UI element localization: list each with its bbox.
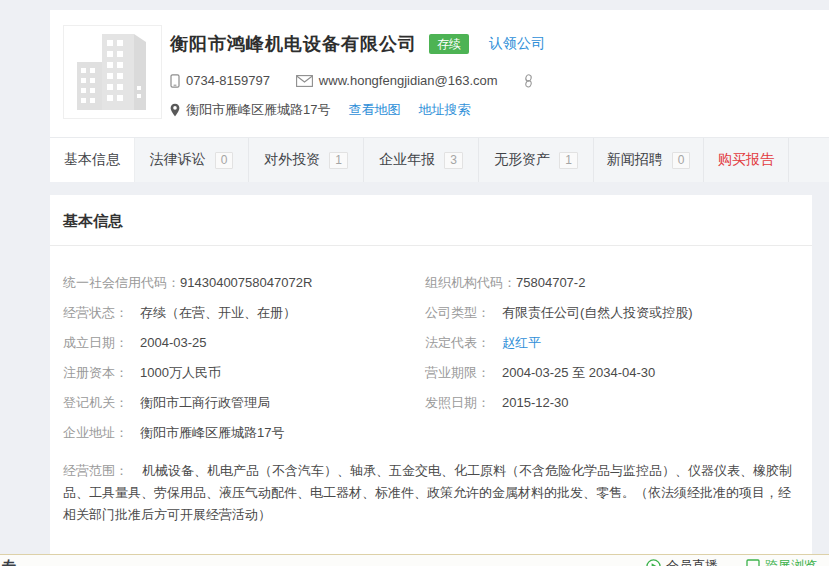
company-phone: 0734-8159797 (186, 73, 270, 88)
tab-count: 3 (444, 152, 463, 169)
info-row: 成立日期：2004-03-25 法定代表：赵红平 (63, 328, 799, 358)
tab-annual-report[interactable]: 企业年报 3 (364, 138, 479, 182)
company-header-card: 衡阳市鸿峰机电设备有限公司 存续 认领公司 0734-8159797 www.h… (50, 10, 829, 137)
info-grid: 统一社会信用代码：91430400758047072R 组织机构代码：75804… (50, 246, 812, 448)
mail-icon (296, 75, 313, 87)
claim-company-link[interactable]: 认领公司 (489, 35, 545, 53)
corner-text-fragment: 专 (2, 558, 16, 566)
play-circle-icon (646, 559, 661, 566)
field-label-business-term: 营业期限： (425, 358, 502, 388)
field-label-license-date: 发照日期： (425, 388, 502, 418)
contact-row-1: 0734-8159797 www.hongfengjidian@163.com (170, 73, 819, 88)
tab-intangible-assets[interactable]: 无形资产 1 (479, 138, 594, 182)
building-placeholder-icon (64, 26, 161, 118)
field-value-company-type: 有限责任公司(自然人投资或控股) (502, 298, 693, 328)
field-label-founded-date: 成立日期： (63, 328, 140, 358)
field-value-registered-capital: 1000万人民币 (140, 358, 221, 388)
link-icon[interactable] (524, 74, 533, 88)
tab-count: 0 (215, 152, 234, 169)
tab-basic-info[interactable]: 基本信息 (50, 138, 135, 182)
tab-count: 1 (329, 152, 348, 169)
field-label-registered-capital: 注册资本： (63, 358, 140, 388)
field-label-credit-code: 统一社会信用代码： (63, 268, 180, 298)
field-value-registration-authority: 衡阳市工商行政管理局 (140, 388, 270, 418)
bottom-toolbar: 专 会员直播 跨屏浏览 (0, 554, 829, 566)
tab-label: 对外投资 (264, 151, 320, 169)
view-map-link[interactable]: 查看地图 (348, 101, 400, 119)
basic-info-card: 基本信息 统一社会信用代码：91430400758047072R 组织机构代码：… (50, 195, 812, 554)
company-website[interactable]: www.hongfengjidian@163.com (319, 73, 498, 88)
field-value-founded-date: 2004-03-25 (140, 328, 207, 358)
field-label-legal-rep: 法定代表： (425, 328, 502, 358)
cross-screen-button[interactable]: 跨屏浏览 (746, 557, 817, 566)
section-title: 基本信息 (50, 195, 812, 245)
field-label-company-type: 公司类型： (425, 298, 502, 328)
field-label-business-scope: 经营范围： (63, 460, 128, 482)
tab-buy-report[interactable]: 购买报告 (704, 138, 789, 182)
tab-label: 新闻招聘 (607, 151, 663, 169)
business-scope-row: 经营范围：机械设备、机电产品（不含汽车）、轴承、五金交电、化工原料（不含危险化学… (50, 448, 812, 526)
member-live-button[interactable]: 会员直播 (646, 557, 718, 566)
tab-label: 无形资产 (494, 151, 550, 169)
info-row: 经营状态：存续（在营、开业、在册） 公司类型：有限责任公司(自然人投资或控股) (63, 298, 799, 328)
field-value-status: 存续（在营、开业、在册） (140, 298, 296, 328)
field-label-status: 经营状态： (63, 298, 140, 328)
tab-outbound-investment[interactable]: 对外投资 1 (249, 138, 364, 182)
monitor-icon (746, 559, 760, 566)
field-value-business-term: 2004-03-25 至 2034-04-30 (502, 358, 655, 388)
field-label-registration-authority: 登记机关： (63, 388, 140, 418)
field-label-org-code: 组织机构代码： (425, 268, 516, 298)
info-row: 统一社会信用代码：91430400758047072R 组织机构代码：75804… (63, 268, 799, 298)
tab-count: 0 (672, 152, 691, 169)
cross-screen-label: 跨屏浏览 (765, 557, 817, 566)
field-value-credit-code: 91430400758047072R (180, 268, 312, 298)
tab-label: 法律诉讼 (150, 151, 206, 169)
info-row: 企业地址：衡阳市雁峰区雁城路17号 (63, 418, 799, 448)
company-name: 衡阳市鸿峰机电设备有限公司 (170, 32, 417, 56)
phone-icon (170, 74, 180, 88)
tab-news-recruitment[interactable]: 新闻招聘 0 (594, 138, 704, 182)
address-search-link[interactable]: 地址搜索 (418, 101, 470, 119)
tab-legal-litigation[interactable]: 法律诉讼 0 (135, 138, 249, 182)
location-pin-icon (170, 103, 180, 117)
info-row: 注册资本：1000万人民币 营业期限：2004-03-25 至 2034-04-… (63, 358, 799, 388)
company-logo (63, 25, 162, 119)
field-value-org-code: 75804707-2 (516, 268, 585, 298)
tab-label: 购买报告 (718, 151, 774, 169)
field-value-license-date: 2015-12-30 (502, 388, 569, 418)
contact-row-2: 衡阳市雁峰区雁城路17号 查看地图 地址搜索 (170, 101, 819, 119)
field-label-company-address: 企业地址： (63, 418, 140, 448)
field-value-business-scope: 机械设备、机电产品（不含汽车）、轴承、五金交电、化工原料（不含危险化学品与监控品… (63, 463, 792, 522)
status-badge: 存续 (429, 34, 469, 54)
tab-label: 基本信息 (64, 151, 120, 169)
company-address: 衡阳市雁峰区雁城路17号 (186, 101, 330, 119)
company-name-row: 衡阳市鸿峰机电设备有限公司 存续 认领公司 (170, 28, 819, 60)
member-live-label: 会员直播 (666, 557, 718, 566)
field-value-legal-rep-link[interactable]: 赵红平 (502, 328, 541, 358)
tab-bar: 基本信息 法律诉讼 0 对外投资 1 企业年报 3 无形资产 1 新闻招聘 0 … (50, 137, 829, 182)
tab-label: 企业年报 (379, 151, 435, 169)
tab-count: 1 (559, 152, 578, 169)
info-row: 登记机关：衡阳市工商行政管理局 发照日期：2015-12-30 (63, 388, 799, 418)
field-value-company-address: 衡阳市雁峰区雁城路17号 (140, 418, 284, 448)
bottom-toolbar-items: 会员直播 跨屏浏览 (618, 557, 817, 566)
